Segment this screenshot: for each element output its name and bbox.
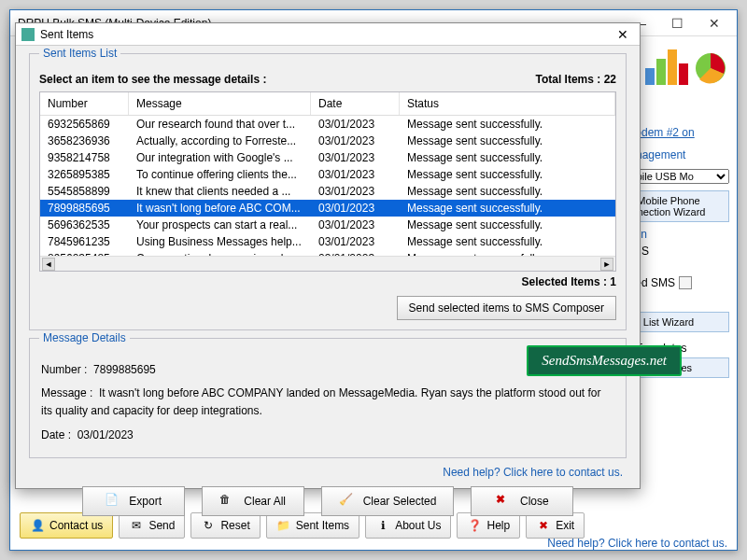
col-status[interactable]: Status bbox=[400, 92, 615, 115]
table-row[interactable]: 7845961235Using Business Messages help..… bbox=[40, 233, 615, 250]
svg-rect-3 bbox=[679, 63, 688, 85]
clear-selected-button[interactable]: 🧹Clear Selected bbox=[321, 486, 455, 516]
help-icon: ❓ bbox=[467, 518, 482, 533]
col-message[interactable]: Message bbox=[129, 92, 311, 115]
col-date[interactable]: Date bbox=[311, 92, 400, 115]
help-button[interactable]: ❓Help bbox=[457, 512, 520, 539]
clear-all-button[interactable]: 🗑Clear All bbox=[202, 486, 304, 516]
person-icon: 👤 bbox=[30, 518, 45, 533]
table-row[interactable]: 3658236936Actually, according to Forrest… bbox=[40, 133, 615, 149]
table-row[interactable]: 6932565869Our research found that over t… bbox=[40, 116, 615, 133]
maximize-button[interactable]: ☐ bbox=[658, 12, 696, 35]
envelope-icon: ✉ bbox=[129, 518, 144, 533]
svg-rect-0 bbox=[645, 68, 655, 85]
about-us-button[interactable]: ℹAbout Us bbox=[365, 512, 451, 539]
close-icon: ✖ bbox=[536, 518, 551, 533]
group-legend: Sent Items List bbox=[39, 47, 120, 60]
items-grid: Number Message Date Status 6932565869Our… bbox=[39, 91, 616, 272]
failed-dropdown[interactable] bbox=[679, 276, 692, 289]
table-row[interactable]: 9358214758Our integration with Google's … bbox=[40, 149, 615, 166]
dialog-help-link[interactable]: Need help? Click here to contact us. bbox=[33, 466, 623, 479]
table-row[interactable]: 7899885695It wasn't long before ABC COM.… bbox=[40, 200, 615, 217]
reset-button[interactable]: ↻Reset bbox=[190, 512, 260, 539]
contact-us-button[interactable]: 👤Contact us bbox=[20, 512, 113, 539]
dialog-icon bbox=[21, 28, 35, 41]
sent-items-button[interactable]: 📁Sent Items bbox=[266, 512, 359, 539]
grid-body: 6932565869Our research found that over t… bbox=[40, 116, 615, 256]
horizontal-scrollbar[interactable]: ◄ ► bbox=[40, 256, 615, 271]
main-help-link[interactable]: Need help? Click here to contact us. bbox=[547, 537, 727, 550]
table-row[interactable]: 8956235485Conversational messaging, al..… bbox=[40, 250, 615, 256]
dialog-title: Sent Items bbox=[40, 28, 612, 41]
refresh-icon: ↻ bbox=[201, 518, 216, 533]
total-items: Total Items : 22 bbox=[536, 73, 617, 86]
scroll-left-icon[interactable]: ◄ bbox=[42, 258, 55, 271]
clear-selected-icon: 🧹 bbox=[339, 493, 356, 510]
export-icon: 📄 bbox=[105, 493, 121, 510]
send-to-composer-button[interactable]: Send selected items to SMS Composer bbox=[397, 296, 616, 320]
svg-rect-1 bbox=[656, 59, 666, 85]
detail-message: Message : It wasn't long before ABC COMP… bbox=[41, 385, 614, 420]
watermark: SendSmsMessages.net bbox=[527, 345, 682, 376]
sent-items-list-group: Sent Items List Select an item to see th… bbox=[29, 53, 627, 330]
grid-header: Number Message Date Status bbox=[40, 92, 615, 116]
table-row[interactable]: 5696362535Your prospects can start a rea… bbox=[40, 217, 615, 233]
selected-items: Selected Items : 1 bbox=[39, 275, 616, 288]
table-row[interactable]: 3265895385To continue offering clients t… bbox=[40, 166, 615, 183]
sent-items-dialog: Sent Items ✕ Sent Items List Select an i… bbox=[15, 22, 641, 489]
folder-icon: 📁 bbox=[276, 518, 291, 533]
col-number[interactable]: Number bbox=[40, 92, 129, 115]
chart-icon bbox=[643, 40, 727, 87]
detail-date: Date : 03/01/2023 bbox=[41, 427, 614, 444]
scroll-right-icon[interactable]: ► bbox=[600, 258, 613, 271]
info-icon: ℹ bbox=[375, 518, 390, 533]
table-row[interactable]: 5545858899It knew that clients needed a … bbox=[40, 183, 615, 200]
details-legend: Message Details bbox=[39, 331, 130, 344]
dialog-close-button[interactable]: ✕ bbox=[612, 25, 634, 44]
export-button[interactable]: 📄Export bbox=[82, 486, 185, 516]
send-button[interactable]: ✉Send bbox=[119, 512, 185, 539]
dialog-titlebar: Sent Items ✕ bbox=[16, 23, 640, 46]
clear-all-icon: 🗑 bbox=[219, 493, 236, 510]
svg-rect-2 bbox=[668, 49, 677, 85]
bottom-toolbar: 👤Contact us ✉Send ↻Reset 📁Sent Items ℹAb… bbox=[20, 512, 727, 539]
close-icon: ✖ bbox=[496, 493, 513, 510]
dialog-buttons: 📄Export 🗑Clear All 🧹Clear Selected ✖Clos… bbox=[29, 486, 627, 516]
exit-button[interactable]: ✖Exit bbox=[526, 512, 585, 539]
prompt-text: Select an item to see the message detail… bbox=[39, 73, 266, 86]
close-button[interactable]: ✖Close bbox=[471, 486, 573, 516]
window-close-button[interactable]: ✕ bbox=[696, 12, 733, 35]
